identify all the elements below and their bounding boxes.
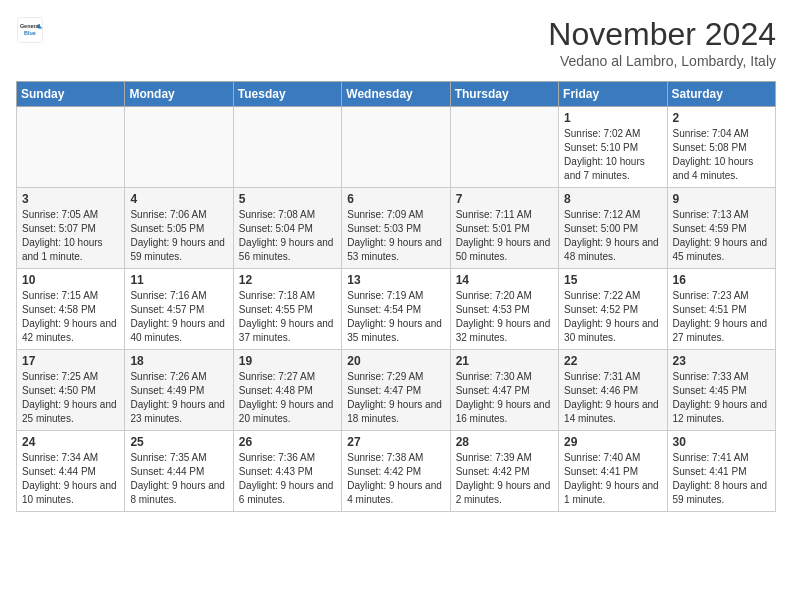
day-number: 29 xyxy=(564,435,661,449)
day-info: Sunrise: 7:15 AM Sunset: 4:58 PM Dayligh… xyxy=(22,289,119,345)
svg-text:Blue: Blue xyxy=(24,30,36,36)
day-info: Sunrise: 7:16 AM Sunset: 4:57 PM Dayligh… xyxy=(130,289,227,345)
day-info: Sunrise: 7:18 AM Sunset: 4:55 PM Dayligh… xyxy=(239,289,336,345)
day-header-sunday: Sunday xyxy=(17,82,125,107)
day-info: Sunrise: 7:05 AM Sunset: 5:07 PM Dayligh… xyxy=(22,208,119,264)
calendar-cell: 20Sunrise: 7:29 AM Sunset: 4:47 PM Dayli… xyxy=(342,350,450,431)
calendar-week-row: 24Sunrise: 7:34 AM Sunset: 4:44 PM Dayli… xyxy=(17,431,776,512)
day-header-tuesday: Tuesday xyxy=(233,82,341,107)
day-number: 19 xyxy=(239,354,336,368)
calendar-cell: 18Sunrise: 7:26 AM Sunset: 4:49 PM Dayli… xyxy=(125,350,233,431)
day-header-saturday: Saturday xyxy=(667,82,775,107)
day-info: Sunrise: 7:40 AM Sunset: 4:41 PM Dayligh… xyxy=(564,451,661,507)
day-info: Sunrise: 7:19 AM Sunset: 4:54 PM Dayligh… xyxy=(347,289,444,345)
calendar-cell: 6Sunrise: 7:09 AM Sunset: 5:03 PM Daylig… xyxy=(342,188,450,269)
day-info: Sunrise: 7:36 AM Sunset: 4:43 PM Dayligh… xyxy=(239,451,336,507)
calendar-cell: 14Sunrise: 7:20 AM Sunset: 4:53 PM Dayli… xyxy=(450,269,558,350)
calendar-cell: 9Sunrise: 7:13 AM Sunset: 4:59 PM Daylig… xyxy=(667,188,775,269)
day-info: Sunrise: 7:27 AM Sunset: 4:48 PM Dayligh… xyxy=(239,370,336,426)
day-info: Sunrise: 7:25 AM Sunset: 4:50 PM Dayligh… xyxy=(22,370,119,426)
calendar-cell: 25Sunrise: 7:35 AM Sunset: 4:44 PM Dayli… xyxy=(125,431,233,512)
day-info: Sunrise: 7:39 AM Sunset: 4:42 PM Dayligh… xyxy=(456,451,553,507)
calendar-week-row: 10Sunrise: 7:15 AM Sunset: 4:58 PM Dayli… xyxy=(17,269,776,350)
calendar-cell xyxy=(233,107,341,188)
calendar-cell: 4Sunrise: 7:06 AM Sunset: 5:05 PM Daylig… xyxy=(125,188,233,269)
day-info: Sunrise: 7:30 AM Sunset: 4:47 PM Dayligh… xyxy=(456,370,553,426)
day-number: 4 xyxy=(130,192,227,206)
day-info: Sunrise: 7:08 AM Sunset: 5:04 PM Dayligh… xyxy=(239,208,336,264)
calendar-cell: 21Sunrise: 7:30 AM Sunset: 4:47 PM Dayli… xyxy=(450,350,558,431)
calendar-cell: 19Sunrise: 7:27 AM Sunset: 4:48 PM Dayli… xyxy=(233,350,341,431)
calendar-cell: 2Sunrise: 7:04 AM Sunset: 5:08 PM Daylig… xyxy=(667,107,775,188)
day-number: 13 xyxy=(347,273,444,287)
day-info: Sunrise: 7:31 AM Sunset: 4:46 PM Dayligh… xyxy=(564,370,661,426)
calendar-cell: 16Sunrise: 7:23 AM Sunset: 4:51 PM Dayli… xyxy=(667,269,775,350)
calendar-cell: 29Sunrise: 7:40 AM Sunset: 4:41 PM Dayli… xyxy=(559,431,667,512)
day-info: Sunrise: 7:09 AM Sunset: 5:03 PM Dayligh… xyxy=(347,208,444,264)
day-number: 6 xyxy=(347,192,444,206)
calendar-cell xyxy=(125,107,233,188)
calendar-cell: 28Sunrise: 7:39 AM Sunset: 4:42 PM Dayli… xyxy=(450,431,558,512)
day-number: 26 xyxy=(239,435,336,449)
month-title: November 2024 xyxy=(548,16,776,53)
calendar-week-row: 1Sunrise: 7:02 AM Sunset: 5:10 PM Daylig… xyxy=(17,107,776,188)
day-number: 15 xyxy=(564,273,661,287)
calendar-cell: 23Sunrise: 7:33 AM Sunset: 4:45 PM Dayli… xyxy=(667,350,775,431)
logo-icon: General Blue xyxy=(16,16,44,44)
calendar-cell: 1Sunrise: 7:02 AM Sunset: 5:10 PM Daylig… xyxy=(559,107,667,188)
calendar-cell: 10Sunrise: 7:15 AM Sunset: 4:58 PM Dayli… xyxy=(17,269,125,350)
day-header-wednesday: Wednesday xyxy=(342,82,450,107)
logo: General Blue xyxy=(16,16,44,44)
day-number: 18 xyxy=(130,354,227,368)
calendar-cell: 12Sunrise: 7:18 AM Sunset: 4:55 PM Dayli… xyxy=(233,269,341,350)
day-info: Sunrise: 7:02 AM Sunset: 5:10 PM Dayligh… xyxy=(564,127,661,183)
day-info: Sunrise: 7:33 AM Sunset: 4:45 PM Dayligh… xyxy=(673,370,770,426)
calendar-week-row: 17Sunrise: 7:25 AM Sunset: 4:50 PM Dayli… xyxy=(17,350,776,431)
svg-text:General: General xyxy=(20,23,41,29)
day-number: 12 xyxy=(239,273,336,287)
calendar-cell: 11Sunrise: 7:16 AM Sunset: 4:57 PM Dayli… xyxy=(125,269,233,350)
day-info: Sunrise: 7:23 AM Sunset: 4:51 PM Dayligh… xyxy=(673,289,770,345)
day-number: 3 xyxy=(22,192,119,206)
day-number: 17 xyxy=(22,354,119,368)
calendar-cell: 27Sunrise: 7:38 AM Sunset: 4:42 PM Dayli… xyxy=(342,431,450,512)
day-info: Sunrise: 7:11 AM Sunset: 5:01 PM Dayligh… xyxy=(456,208,553,264)
day-number: 21 xyxy=(456,354,553,368)
day-header-thursday: Thursday xyxy=(450,82,558,107)
day-info: Sunrise: 7:41 AM Sunset: 4:41 PM Dayligh… xyxy=(673,451,770,507)
calendar-cell: 3Sunrise: 7:05 AM Sunset: 5:07 PM Daylig… xyxy=(17,188,125,269)
day-number: 27 xyxy=(347,435,444,449)
calendar-cell: 8Sunrise: 7:12 AM Sunset: 5:00 PM Daylig… xyxy=(559,188,667,269)
day-number: 11 xyxy=(130,273,227,287)
calendar-cell: 13Sunrise: 7:19 AM Sunset: 4:54 PM Dayli… xyxy=(342,269,450,350)
day-number: 7 xyxy=(456,192,553,206)
calendar-table: SundayMondayTuesdayWednesdayThursdayFrid… xyxy=(16,81,776,512)
day-number: 24 xyxy=(22,435,119,449)
day-number: 28 xyxy=(456,435,553,449)
day-number: 30 xyxy=(673,435,770,449)
day-info: Sunrise: 7:06 AM Sunset: 5:05 PM Dayligh… xyxy=(130,208,227,264)
title-block: November 2024 Vedano al Lambro, Lombardy… xyxy=(548,16,776,69)
calendar-cell: 5Sunrise: 7:08 AM Sunset: 5:04 PM Daylig… xyxy=(233,188,341,269)
day-info: Sunrise: 7:04 AM Sunset: 5:08 PM Dayligh… xyxy=(673,127,770,183)
day-info: Sunrise: 7:22 AM Sunset: 4:52 PM Dayligh… xyxy=(564,289,661,345)
day-header-monday: Monday xyxy=(125,82,233,107)
calendar-cell: 26Sunrise: 7:36 AM Sunset: 4:43 PM Dayli… xyxy=(233,431,341,512)
day-info: Sunrise: 7:34 AM Sunset: 4:44 PM Dayligh… xyxy=(22,451,119,507)
day-info: Sunrise: 7:35 AM Sunset: 4:44 PM Dayligh… xyxy=(130,451,227,507)
day-number: 10 xyxy=(22,273,119,287)
calendar-cell xyxy=(342,107,450,188)
calendar-cell: 15Sunrise: 7:22 AM Sunset: 4:52 PM Dayli… xyxy=(559,269,667,350)
day-number: 2 xyxy=(673,111,770,125)
day-number: 1 xyxy=(564,111,661,125)
calendar-cell: 30Sunrise: 7:41 AM Sunset: 4:41 PM Dayli… xyxy=(667,431,775,512)
day-info: Sunrise: 7:38 AM Sunset: 4:42 PM Dayligh… xyxy=(347,451,444,507)
calendar-cell xyxy=(17,107,125,188)
location-title: Vedano al Lambro, Lombardy, Italy xyxy=(548,53,776,69)
day-info: Sunrise: 7:29 AM Sunset: 4:47 PM Dayligh… xyxy=(347,370,444,426)
calendar-cell: 7Sunrise: 7:11 AM Sunset: 5:01 PM Daylig… xyxy=(450,188,558,269)
day-info: Sunrise: 7:20 AM Sunset: 4:53 PM Dayligh… xyxy=(456,289,553,345)
day-number: 9 xyxy=(673,192,770,206)
calendar-cell: 24Sunrise: 7:34 AM Sunset: 4:44 PM Dayli… xyxy=(17,431,125,512)
day-info: Sunrise: 7:26 AM Sunset: 4:49 PM Dayligh… xyxy=(130,370,227,426)
